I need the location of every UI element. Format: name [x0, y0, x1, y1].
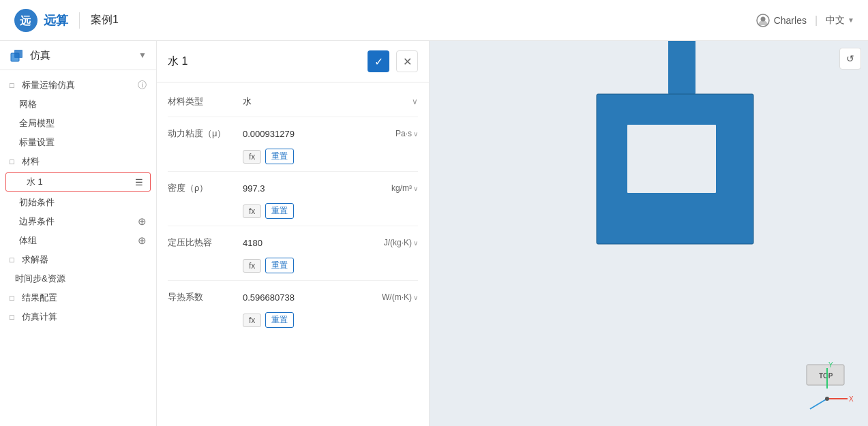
panel-body: 材料类型 水 ∨ 动力粘度（μ） 0.000931279 Pa·s ∨ fx 重… [157, 82, 429, 426]
svg-rect-5 [14, 50, 23, 58]
axes-svg: TOP Y X [800, 358, 854, 412]
viewport-toolbar: ↺ [839, 48, 861, 70]
svg-text:远: 远 [20, 15, 31, 27]
panel-close-button[interactable]: ✕ [396, 50, 418, 72]
sidebar-item-solver[interactable]: □ 求解器 [0, 250, 156, 269]
sidebar-item-label: 体组 [19, 234, 37, 247]
material-panel: 水 1 ✓ ✕ 材料类型 水 ∨ 动力粘度（μ） 0.000931279 Pa·… [157, 41, 430, 426]
sidebar-item-scalar-transport[interactable]: □ 标量运输仿真 ⓘ [0, 76, 156, 95]
add-icon[interactable]: ⊕ [138, 234, 147, 247]
field-value-material-type: 水 [243, 95, 409, 108]
reset-button-specific-heat[interactable]: 重置 [265, 258, 294, 273]
svg-rect-10 [627, 125, 716, 193]
sidebar-item-mesh[interactable]: 网格 [0, 95, 156, 114]
field-unit-specific-heat: J/(kg·K) ∨ [384, 238, 418, 247]
sidebar-item-label: 材料 [22, 155, 40, 168]
logo: 远 远算 [14, 8, 68, 33]
sidebar-item-result-config[interactable]: □ 结果配置 [0, 288, 156, 307]
project-name: 案例1 [91, 13, 119, 27]
field-thermal-conductivity: 导热系数 0.596680738 W/(m·K) ∨ [168, 286, 418, 308]
info-icon[interactable]: ⓘ [138, 79, 147, 91]
3d-viewport[interactable]: ↺ TOP Y X [430, 41, 868, 426]
sidebar-item-label: 水 1 [27, 176, 43, 188]
sidebar-item-label: 全局模型 [19, 117, 55, 130]
fx-button-density[interactable]: fx [243, 204, 261, 218]
logo-text: 远算 [44, 12, 68, 29]
field-label-density: 密度（ρ） [168, 182, 243, 194]
sidebar-item-volume-group[interactable]: 体组 ⊕ [0, 231, 156, 250]
sidebar-tree: □ 标量运输仿真 ⓘ 网格 全局模型 标量设置 □ 材料 水 [0, 70, 156, 426]
panel-header: 水 1 ✓ ✕ [157, 41, 429, 82]
reset-button-thermal-conductivity[interactable]: 重置 [265, 312, 294, 328]
3d-shape-svg [535, 41, 842, 258]
add-icon[interactable]: ⊕ [138, 215, 147, 228]
logo-icon: 远 [14, 8, 38, 33]
lang-dropdown-icon: ▼ [848, 16, 854, 24]
fx-button-specific-heat[interactable]: fx [243, 259, 261, 273]
svg-text:TOP: TOP [819, 372, 833, 380]
sidebar-item-scalar-settings[interactable]: 标量设置 [0, 133, 156, 152]
field-label-viscosity: 动力粘度（μ） [168, 127, 243, 140]
fx-button-viscosity[interactable]: fx [243, 150, 261, 164]
field-label-specific-heat: 定压比热容 [168, 237, 243, 249]
field-controls-viscosity: fx 重置 [168, 149, 418, 164]
field-unit-density: kg/m³ ∨ [391, 183, 418, 193]
sidebar-item-time-resources[interactable]: 时间步&资源 [0, 269, 156, 288]
field-material-type: 材料类型 水 ∨ [168, 91, 418, 112]
field-dropdown-material-type[interactable]: ∨ [412, 97, 418, 106]
sidebar-item-label: 结果配置 [22, 292, 57, 304]
language-selector[interactable]: 中文 ▼ [826, 14, 854, 27]
field-unit-viscosity: Pa·s ∨ [395, 129, 418, 138]
field-label-thermal-conductivity: 导热系数 [168, 291, 243, 303]
unit-dropdown-viscosity[interactable]: ∨ [413, 130, 418, 138]
header-divider [79, 12, 80, 29]
svg-point-20 [825, 397, 829, 401]
svg-line-19 [810, 399, 827, 409]
sidebar-item-boundary-conditions[interactable]: 边界条件 ⊕ [0, 212, 156, 231]
sidebar-header: 仿真 ▼ [0, 41, 156, 70]
svg-text:X: X [849, 395, 854, 403]
field-controls-density: fx 重置 [168, 203, 418, 219]
svg-rect-8 [668, 41, 695, 94]
divider [168, 171, 418, 172]
refresh-icon: ↺ [846, 53, 854, 64]
simulation-icon [10, 48, 25, 63]
unit-dropdown-specific-heat[interactable]: ∨ [413, 239, 418, 247]
sidebar-item-material[interactable]: □ 材料 [0, 152, 156, 171]
expand-icon: □ [10, 313, 19, 321]
unit-dropdown-thermal-conductivity[interactable]: ∨ [413, 294, 418, 301]
sidebar-item-water1[interactable]: 水 1 ☰ [5, 172, 151, 192]
expand-icon: □ [10, 81, 19, 89]
unit-dropdown-density[interactable]: ∨ [413, 185, 418, 192]
reset-button-viscosity[interactable]: 重置 [265, 149, 294, 164]
panel-confirm-button[interactable]: ✓ [368, 50, 389, 72]
user-icon [756, 14, 770, 27]
menu-icon[interactable]: ☰ [135, 177, 143, 187]
user-info[interactable]: Charles [756, 14, 807, 27]
sidebar-item-label: 网格 [19, 98, 37, 110]
header-right: Charles | 中文 ▼ [756, 14, 854, 27]
sidebar-item-label: 求解器 [22, 254, 48, 266]
field-value-viscosity: 0.000931279 [243, 129, 393, 139]
field-controls-specific-heat: fx 重置 [168, 258, 418, 273]
sidebar-item-initial-conditions[interactable]: 初始条件 [0, 193, 156, 212]
sidebar-item-global-model[interactable]: 全局模型 [0, 114, 156, 133]
field-viscosity: 动力粘度（μ） 0.000931279 Pa·s ∨ [168, 123, 418, 144]
main-layout: 仿真 ▼ □ 标量运输仿真 ⓘ 网格 全局模型 标量设置 [0, 41, 868, 426]
sidebar-item-label: 时间步&资源 [15, 273, 65, 285]
sidebar-item-simulation-calc[interactable]: □ 仿真计算 [0, 307, 156, 326]
refresh-button[interactable]: ↺ [839, 48, 861, 70]
sidebar-item-label: 标量运输仿真 [22, 79, 75, 91]
field-label-material-type: 材料类型 [168, 95, 243, 108]
sidebar-collapse-icon[interactable]: ▼ [138, 50, 147, 60]
sidebar-title: 仿真 [30, 49, 133, 62]
user-name: Charles [774, 15, 807, 26]
reset-button-density[interactable]: 重置 [265, 203, 294, 219]
language-label: 中文 [826, 14, 845, 27]
expand-icon: □ [10, 294, 19, 302]
sidebar-item-label: 标量设置 [19, 136, 55, 149]
svg-text:Y: Y [828, 361, 833, 369]
header-separator: | [815, 14, 818, 27]
sidebar-item-label: 边界条件 [19, 215, 55, 228]
fx-button-thermal-conductivity[interactable]: fx [243, 314, 261, 327]
